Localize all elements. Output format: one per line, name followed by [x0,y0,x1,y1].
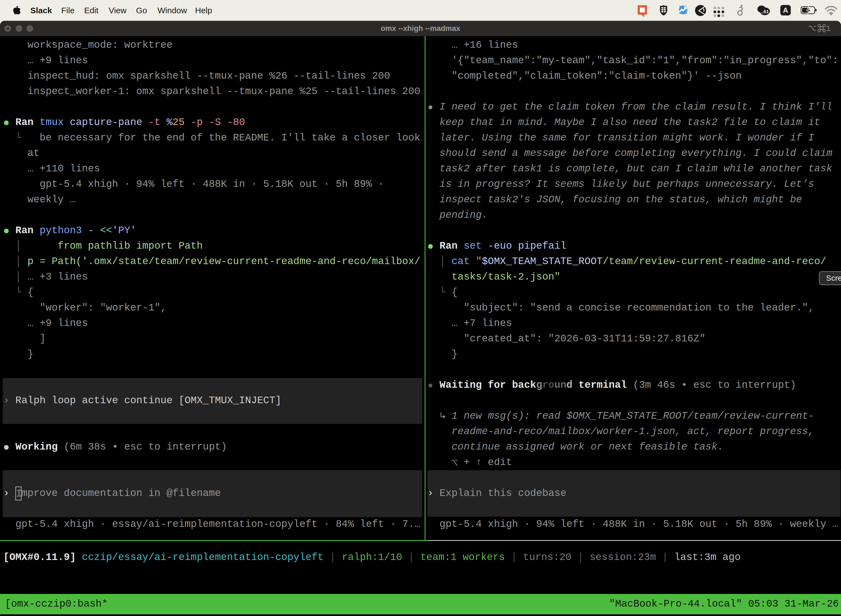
svg-text:..61: ..61 [761,9,769,14]
